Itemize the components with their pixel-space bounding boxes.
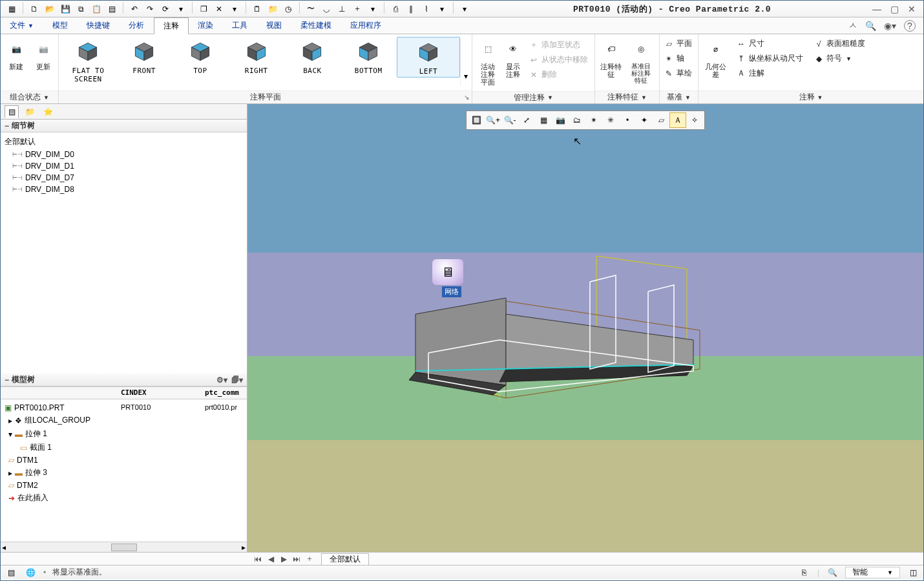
- collapse-ribbon-icon[interactable]: ㅅ: [848, 20, 857, 32]
- detail-all-default[interactable]: 全部默认: [1, 135, 247, 149]
- sidebar-hscroll[interactable]: ◂▸: [1, 542, 247, 552]
- tab-apps[interactable]: 应用程序: [341, 17, 391, 34]
- model-tree-item[interactable]: ➔在此插入: [1, 491, 247, 505]
- symbol-button[interactable]: ◆符号▼: [811, 52, 868, 65]
- qat-copy-icon[interactable]: ⧉: [74, 2, 88, 16]
- sb-tree-icon[interactable]: ▤: [5, 567, 17, 578]
- dimension-button[interactable]: ↔尺寸: [733, 37, 806, 50]
- detail-item[interactable]: ⊢⊣DRV_DIM_D1: [1, 160, 247, 172]
- model-tree-item[interactable]: ▾▬拉伸 1: [1, 427, 247, 441]
- sidebar-tab-tree[interactable]: ▤: [5, 105, 19, 118]
- qat-folder-icon[interactable]: 📁: [266, 2, 280, 16]
- zoom-out-icon[interactable]: 🔍-: [501, 112, 518, 128]
- sb-find-icon[interactable]: 🔍: [826, 567, 839, 578]
- zoom-in-icon[interactable]: 🔍+: [485, 112, 501, 128]
- qat-btn-a[interactable]: ▤: [105, 2, 119, 16]
- model-tree-root[interactable]: ▣PRT0010.PRT PRT0010 prt0010.pr: [1, 402, 247, 414]
- sb-browser-icon[interactable]: 🌐: [24, 567, 37, 578]
- model-tree-item[interactable]: ▸▬拉伸 3: [1, 466, 247, 480]
- zoom-fit-icon[interactable]: 🔲: [468, 112, 485, 128]
- refit-icon[interactable]: ⤢: [518, 112, 535, 128]
- tree-settings-icon[interactable]: ⚙▾: [216, 375, 227, 385]
- sb-geom-icon[interactable]: ◫: [907, 567, 919, 578]
- axis-display-icon[interactable]: ✳: [602, 112, 619, 128]
- spin-center-icon[interactable]: ✧: [686, 112, 703, 128]
- show-annot-button[interactable]: 👁 显示注释: [501, 37, 525, 81]
- qat-clock-icon[interactable]: ◷: [281, 2, 295, 16]
- tab-flexible[interactable]: 柔性建模: [291, 17, 341, 34]
- minimize-button[interactable]: —: [872, 4, 881, 14]
- qat-dd2[interactable]: ▾: [227, 2, 242, 16]
- qat-btn-1[interactable]: ▦: [5, 2, 19, 16]
- model-tree-item[interactable]: ▱DTM2: [1, 480, 247, 491]
- model-tree-header[interactable]: 模型树 ⚙▾🗐▾: [1, 374, 247, 386]
- settings-icon[interactable]: ◉▾: [884, 21, 896, 31]
- desktop-network-icon[interactable]: 🖥 网络: [432, 259, 471, 298]
- view-left-button[interactable]: LEFT: [397, 37, 461, 78]
- qat-regen-icon[interactable]: ⟳: [158, 2, 173, 16]
- close-button[interactable]: ✕: [908, 4, 916, 14]
- qat-dd3[interactable]: ▾: [366, 2, 380, 16]
- tab-annotate[interactable]: 注释: [154, 17, 189, 34]
- qat-close-icon[interactable]: ✕: [212, 2, 226, 16]
- qat-redo-icon[interactable]: ↷: [143, 2, 157, 16]
- annot-feature-button[interactable]: 🏷 注释特征: [599, 37, 624, 81]
- tab-analysis[interactable]: 分析: [120, 17, 154, 34]
- qat-note-icon[interactable]: 🗒: [250, 2, 264, 16]
- note-button[interactable]: Ａ注解: [733, 67, 806, 80]
- model-tree-item[interactable]: ▭截面 1: [1, 441, 247, 454]
- view-flat-button[interactable]: FLAT TO SCREEN: [60, 37, 116, 85]
- view-back-button[interactable]: BACK: [284, 37, 341, 76]
- tab-view[interactable]: 视图: [257, 17, 291, 34]
- nav-next-icon[interactable]: ▶: [278, 555, 289, 564]
- surface-roughness-button[interactable]: √表面粗糙度: [811, 37, 868, 50]
- qat-perp-icon[interactable]: ⊥: [335, 2, 349, 16]
- sidebar-tab-folder[interactable]: 📁: [23, 105, 37, 118]
- tab-render[interactable]: 渲染: [189, 17, 223, 34]
- nav-prev-icon[interactable]: ◀: [266, 555, 276, 564]
- datum-axis-button[interactable]: ✴轴: [661, 52, 687, 65]
- qat-undo-icon[interactable]: ↶: [127, 2, 142, 16]
- style-icon[interactable]: ▦: [535, 112, 552, 128]
- point-display-icon[interactable]: •: [619, 112, 636, 128]
- help-icon[interactable]: ?: [904, 20, 916, 32]
- view-bottom-button[interactable]: BOTTOM: [341, 37, 397, 76]
- update-combine-button[interactable]: 📷 更新: [32, 37, 55, 73]
- nav-tab-default[interactable]: 全部默认: [321, 553, 369, 565]
- view-top-button[interactable]: TOP: [173, 37, 229, 76]
- search-icon[interactable]: 🔍: [865, 21, 876, 31]
- qat-dd4[interactable]: ▾: [435, 2, 449, 16]
- maximize-button[interactable]: ▢: [890, 4, 899, 14]
- active-annot-plane-button[interactable]: ⬚ 活动注释平面: [476, 37, 500, 89]
- detail-item[interactable]: ⊢⊣DRV_DIM_D7: [1, 172, 247, 184]
- datum-target-button[interactable]: ◎ 基准目标注释特征: [627, 37, 655, 87]
- detail-item[interactable]: ⊢⊣DRV_DIM_D0: [1, 149, 247, 160]
- tree-show-icon[interactable]: 🗐▾: [231, 375, 243, 385]
- view-right-button[interactable]: RIGHT: [228, 37, 284, 76]
- qat-dd5[interactable]: ▾: [457, 2, 472, 16]
- tab-shortcut[interactable]: 快捷键: [78, 17, 120, 34]
- new-combine-button[interactable]: 📷 新建: [5, 37, 28, 73]
- nav-add-icon[interactable]: ＋: [304, 553, 315, 564]
- qat-line-icon[interactable]: ⌇: [419, 2, 434, 16]
- detail-tree-header[interactable]: 细节树: [1, 120, 247, 132]
- qat-arc-icon[interactable]: ◡: [319, 2, 333, 16]
- qat-open-icon[interactable]: 📂: [43, 2, 57, 16]
- qat-paste-icon[interactable]: 📋: [89, 2, 103, 16]
- model-tree-item[interactable]: ▱DTM1: [1, 454, 247, 466]
- datum-display-icon[interactable]: ✴: [585, 112, 602, 128]
- model-tree-item[interactable]: ▸❖组LOCAL_GROUP: [1, 414, 247, 427]
- qat-dd[interactable]: ▾: [174, 2, 188, 16]
- qat-new-icon[interactable]: 🗋: [27, 2, 41, 16]
- nav-last-icon[interactable]: ⏭: [291, 555, 302, 564]
- view-manager-icon[interactable]: 🗂: [569, 112, 585, 128]
- sb-sel-icon[interactable]: ⎘: [798, 567, 811, 578]
- file-menu[interactable]: 文件▼: [1, 17, 43, 34]
- selection-filter-dropdown[interactable]: 智能▼: [845, 567, 900, 578]
- qat-win-icon[interactable]: ❐: [196, 2, 211, 16]
- qat-plus-icon[interactable]: ＋: [350, 2, 364, 16]
- qat-wave-icon[interactable]: 〜: [304, 2, 318, 16]
- plane-display-icon[interactable]: ▱: [653, 112, 669, 128]
- geom-tol-button[interactable]: ⌀ 几何公差: [702, 37, 728, 81]
- datum-plane-button[interactable]: ▱平面: [661, 37, 695, 50]
